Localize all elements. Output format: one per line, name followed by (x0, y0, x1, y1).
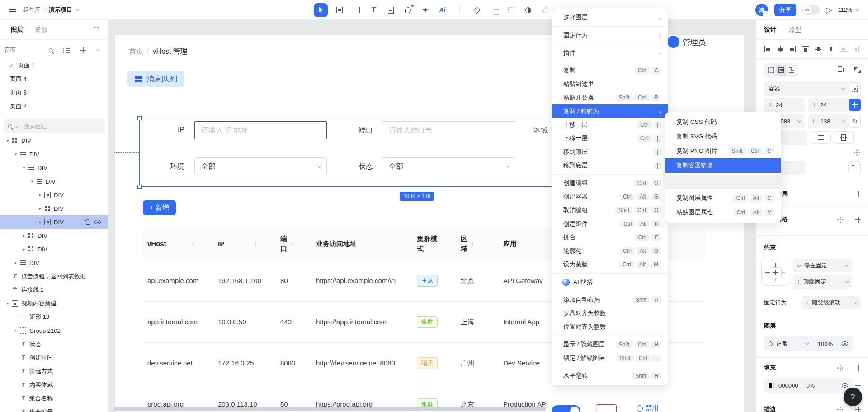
expand-arrow-icon[interactable]: ▾ (5, 138, 11, 143)
page-item[interactable]: ✓ 页面 1 (0, 59, 108, 72)
style-dots-icon[interactable] (854, 149, 860, 156)
align-center-h-icon[interactable] (777, 46, 784, 53)
add-new-button[interactable]: + 新增 (143, 200, 176, 215)
layer-row[interactable]: ▾ DIV (0, 147, 108, 161)
expand-arrow-icon[interactable]: ▸ (37, 220, 43, 224)
layer-row[interactable]: 集合编号 (0, 405, 108, 412)
user-avatar[interactable]: 涛 (755, 4, 768, 16)
menu-item-copy[interactable]: 复制 CtrlC (552, 64, 668, 77)
layer-row[interactable]: 点击按钮，返回列表数据 (0, 270, 108, 283)
submenu-item-copy-layer-props[interactable]: 复制图层属性 CtrlAltC (665, 191, 781, 205)
submenu-item-copy-container-link[interactable]: 复制容器链接 (665, 158, 781, 173)
tab-assets[interactable]: 资源 (35, 26, 47, 34)
menu-item-create-component[interactable]: 创建组件 CtrlAltK (552, 217, 668, 231)
menu-item-flatten[interactable]: 拼合 CtrlE (552, 231, 668, 244)
page-item[interactable]: 页面 4 (0, 72, 108, 86)
menu-item-select-layer[interactable]: 选择图层 › (552, 11, 668, 24)
layer-row[interactable]: ▾ DIV (0, 134, 108, 147)
flip-horizontal-button[interactable] (811, 131, 831, 144)
layer-row[interactable]: ▾ DIV (0, 175, 108, 188)
align-middle-v-icon[interactable] (815, 46, 822, 53)
add-grid-icon[interactable] (855, 217, 861, 223)
submenu-item-copy-png[interactable]: 复制 PNG 图片 ShiftCtrlC (665, 144, 781, 158)
grid-style-dots-icon[interactable] (837, 216, 843, 223)
toolbar-divider[interactable] (454, 5, 465, 16)
menu-divider[interactable] (552, 26, 668, 27)
shape-tool[interactable] (420, 5, 431, 16)
menu-item-round-position[interactable]: 位置对齐为整数 (552, 320, 668, 334)
eye-icon[interactable] (842, 341, 848, 346)
help-button[interactable]: ? (844, 388, 862, 406)
breadcrumb-library[interactable]: 组件库 (23, 6, 41, 14)
collapse-icon[interactable] (854, 67, 861, 73)
layer-row[interactable]: ▸ DIV (0, 242, 108, 256)
menu-divider[interactable] (552, 291, 668, 291)
fill-hex-value[interactable]: 000000 (778, 382, 798, 389)
expand-arrow-icon[interactable]: ▾ (29, 179, 35, 184)
layer-row[interactable]: 矩形 13 (0, 310, 108, 324)
menu-item-round-size[interactable]: 宽高对齐为整数 (552, 307, 668, 320)
selection-handle[interactable] (137, 116, 142, 120)
blend-mode-select[interactable]: 正常 100% (764, 336, 853, 351)
sort-icon[interactable] (472, 241, 473, 246)
align-right-icon[interactable] (789, 46, 797, 53)
align-bottom-icon[interactable] (827, 46, 835, 53)
layer-row[interactable]: ▸ Group 2102 (0, 324, 108, 337)
red-outline-button-fragment[interactable] (596, 404, 617, 412)
outline-select-tool[interactable] (505, 5, 517, 16)
add-auto-layout-icon[interactable] (855, 191, 861, 197)
menu-item-ai-quick-build[interactable]: AI 快搭 (552, 275, 668, 289)
eye-icon[interactable] (94, 220, 101, 224)
layer-row[interactable]: 连接线 1 (0, 283, 108, 297)
frame-target-button[interactable] (849, 82, 861, 95)
menu-divider[interactable] (552, 273, 668, 274)
column-header[interactable]: vHost (142, 239, 213, 249)
layer-row[interactable]: ▸ DIV (0, 188, 108, 202)
column-header[interactable]: 集群模式 (412, 234, 456, 254)
menu-divider[interactable] (665, 175, 781, 189)
container-type-select[interactable]: 容器 (764, 81, 849, 96)
menu-item-paste-here[interactable]: 粘贴到这里 (552, 77, 668, 91)
distribute-horizontal-icon[interactable] (853, 46, 860, 53)
expand-arrow-icon[interactable]: ▸ (13, 328, 19, 333)
rotate-button[interactable]: ↻ (849, 115, 861, 128)
column-header[interactable]: IP (213, 239, 275, 249)
expand-arrow-icon[interactable]: ▸ (37, 193, 43, 197)
menu-item-plugins[interactable]: 插件 › (552, 46, 668, 60)
menu-item-lock-unlock-layer[interactable]: 锁定 / 解锁图层 ShiftCtrlL (552, 351, 668, 365)
menu-item-add-auto-layout[interactable]: 添加自动布局 ShiftA (552, 293, 668, 307)
note-tool[interactable] (385, 5, 396, 16)
frame-type-icon[interactable] (776, 65, 786, 76)
bell-icon[interactable] (94, 27, 99, 32)
menu-item-show-hide-layer[interactable]: 显示 / 隐藏图层 ShiftCtrlH (552, 338, 668, 351)
layer-row[interactable]: 状态 (0, 337, 108, 351)
disabled-link-fragment[interactable]: 禁用 (637, 404, 659, 412)
layer-search-input[interactable] (24, 123, 83, 130)
expand-arrow-icon[interactable]: ▸ (37, 206, 43, 211)
column-header[interactable]: 应用 (498, 239, 557, 249)
group-type-icon[interactable] (766, 65, 776, 76)
expand-arrow-icon[interactable]: ▸ (21, 233, 27, 238)
share-button[interactable]: 分享 (774, 4, 796, 16)
search-icon[interactable] (49, 48, 53, 52)
selection-handle[interactable] (137, 185, 142, 189)
submenu-item-copy-svg[interactable]: 复制 SVG 代码 (665, 129, 781, 144)
expand-arrow-icon[interactable]: ▸ (21, 247, 27, 251)
chevron-down-icon[interactable] (75, 7, 79, 11)
add-page-icon[interactable] (80, 47, 86, 53)
menu-item-set-mask[interactable]: 设为蒙版 CtrlAltM (552, 258, 668, 271)
eye-icon[interactable] (842, 383, 848, 388)
menu-item-move-bottom[interactable]: 移到底层 [ (552, 159, 668, 172)
layer-row[interactable]: 筛选方式 (0, 365, 108, 378)
expand-arrow-icon[interactable]: ▾ (5, 301, 11, 306)
menu-item-fixed-behavior[interactable]: 固定行为 › (552, 28, 668, 42)
tab-design[interactable]: 设计 (764, 26, 776, 34)
menu-divider[interactable] (552, 62, 668, 62)
absolute-position-button[interactable] (849, 99, 861, 111)
tab-prototype[interactable]: 原型 (789, 26, 801, 34)
remove-fill-icon[interactable] (855, 385, 861, 386)
align-top-icon[interactable] (802, 46, 809, 53)
unlock-icon[interactable] (86, 222, 90, 225)
expand-arrow-icon[interactable]: ▾ (21, 166, 27, 170)
menu-item-move-up[interactable]: 上移一层 Ctrl] (552, 118, 668, 132)
